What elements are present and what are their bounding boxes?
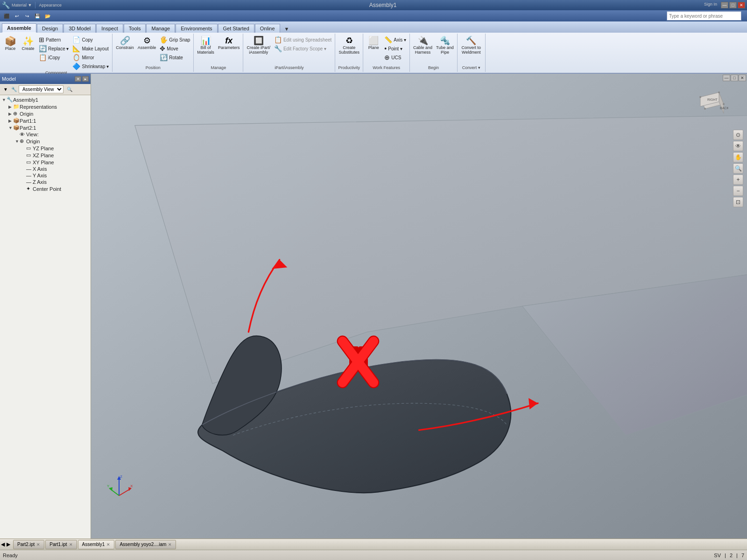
constrain-button[interactable]: 🔗 Constrain xyxy=(114,35,135,51)
make-layout-button[interactable]: 📐Make Layout xyxy=(71,44,110,53)
vp-maximize[interactable]: □ xyxy=(731,75,738,81)
ribbon-menu-btn[interactable]: ▼ xyxy=(282,25,291,33)
tree-item-z-axis[interactable]: — Z Axis xyxy=(0,179,91,185)
look-btn[interactable]: 👁 xyxy=(733,141,743,151)
tab-part1[interactable]: Part1.ipt ✕ xyxy=(45,540,77,549)
qa-undo[interactable]: ↩ xyxy=(12,12,21,20)
convert-weldment-button[interactable]: 🔨 Convert toWeldment xyxy=(460,35,483,56)
tab-assembly1-close[interactable]: ✕ xyxy=(106,542,110,547)
tree-item-assembly1[interactable]: ▼ 🔧 Assembly1 xyxy=(0,96,91,103)
replace-button[interactable]: 🔄Replace ▾ xyxy=(37,44,70,53)
fit-btn[interactable]: ⊡ xyxy=(733,197,743,207)
tree-item-center-point[interactable]: ✦ Center Point xyxy=(0,185,91,192)
edit-spreadsheet-button[interactable]: 📋Edit using Spreadsheet xyxy=(273,35,333,44)
tree-item-x-axis[interactable]: — X Axis xyxy=(0,166,91,172)
qa-new[interactable]: ⬛ xyxy=(2,12,11,20)
rotate-button[interactable]: 🔃Rotate xyxy=(158,53,191,62)
appearance-dropdown[interactable]: Appearance xyxy=(39,3,62,7)
tab-manage[interactable]: Manage xyxy=(146,24,175,33)
orbit-btn[interactable]: ⊙ xyxy=(733,130,743,140)
sign-in[interactable]: Sign In xyxy=(704,2,717,8)
qa-open[interactable]: 📂 xyxy=(43,12,52,20)
icopy-button[interactable]: 📋iCopy xyxy=(37,53,70,62)
create-ipart-button[interactable]: 🔲 Create iPart/iAssembly xyxy=(245,35,272,56)
point-button[interactable]: •Point ▾ xyxy=(383,44,408,53)
move-button[interactable]: ✥Move xyxy=(158,44,191,53)
close-btn[interactable]: ✕ xyxy=(738,2,745,8)
tab-design[interactable]: Design xyxy=(37,24,63,33)
qa-save[interactable]: 💾 xyxy=(33,12,42,20)
tree-item-part2[interactable]: ▼ 📦 Part2:1 xyxy=(0,124,91,131)
mirror-button[interactable]: 🪞Mirror xyxy=(71,53,110,62)
minimize-btn[interactable]: — xyxy=(721,2,728,8)
expand-all-btn[interactable]: 🔍 xyxy=(65,86,74,92)
tree-item-view[interactable]: 👁 View: xyxy=(0,131,91,138)
vp-minimize[interactable]: — xyxy=(723,75,730,81)
panel-close-btn[interactable]: ✕ xyxy=(75,76,81,82)
tab-inspect[interactable]: Inspect xyxy=(96,24,123,33)
viewcube[interactable]: RIGHT BACK xyxy=(691,83,728,120)
tab-part2-close[interactable]: ✕ xyxy=(36,542,40,547)
expand-part2[interactable]: ▼ xyxy=(8,126,13,130)
tab-environments[interactable]: Environments xyxy=(176,24,217,33)
tab-part2[interactable]: Part2.ipt ✕ xyxy=(13,540,44,549)
tab-3dmodel[interactable]: 3D Model xyxy=(63,24,96,33)
spreadsheet-icon: 📋 xyxy=(274,36,282,43)
axis-button[interactable]: 📏Axis ▾ xyxy=(383,35,408,44)
tube-pipe-button[interactable]: 🔩 Tube andPipe xyxy=(435,35,455,56)
pan-btn[interactable]: ✋ xyxy=(733,152,743,162)
vp-close[interactable]: ✕ xyxy=(739,75,746,81)
tab-part2-label: Part2.ipt xyxy=(17,542,35,547)
tree-item-representations[interactable]: ▶ 📁 Representations xyxy=(0,103,91,110)
shrinkwrap-button[interactable]: 🔷Shrinkwrap ▾ xyxy=(71,62,110,70)
tab-tools[interactable]: Tools xyxy=(124,24,146,33)
place-button[interactable]: 📦 Place xyxy=(2,35,19,52)
ucs-button[interactable]: ⊕UCS xyxy=(383,53,408,62)
expand-part1[interactable]: ▶ xyxy=(8,119,13,123)
expand-representations[interactable]: ▶ xyxy=(8,105,13,109)
expand-assembly1[interactable]: ▼ xyxy=(2,98,7,102)
tree-item-part1[interactable]: ▶ 📦 Part1:1 xyxy=(0,117,91,124)
tab-getstarted[interactable]: Get Started xyxy=(218,24,254,33)
zoom-btn[interactable]: 🔍 xyxy=(733,163,743,174)
view-selector[interactable]: Assembly View Modeling View xyxy=(19,85,63,93)
qa-redo[interactable]: ↪ xyxy=(22,12,32,20)
tab-part1-close[interactable]: ✕ xyxy=(69,542,73,547)
tab-nav-right[interactable]: ▶ xyxy=(7,541,10,547)
maximize-btn[interactable]: □ xyxy=(729,2,737,8)
parameters-button[interactable]: fx Parameters xyxy=(217,35,241,51)
replace-label: Replace ▾ xyxy=(48,46,69,51)
tab-nav-left[interactable]: ◀ xyxy=(1,541,5,547)
filter-btn[interactable]: ▼ xyxy=(2,86,9,92)
edit-factory-scope-button[interactable]: 🔧Edit Factory Scope ▾ xyxy=(273,44,333,53)
zoom-out-btn[interactable]: − xyxy=(733,186,743,196)
create-substitutes-button[interactable]: ♻ CreateSubstitutes xyxy=(338,35,361,56)
tab-assembly-yoyo2[interactable]: Assembly yoyo2....iam ✕ xyxy=(115,540,176,549)
cable-harness-button[interactable]: 🔌 Cable andHarness xyxy=(412,35,434,56)
workfeatures-group-label: Work Features xyxy=(373,65,400,71)
tab-yoyo2-close[interactable]: ✕ xyxy=(168,542,172,547)
zoom-in-btn[interactable]: + xyxy=(733,175,743,185)
plane-button[interactable]: ⬜ Plane xyxy=(365,35,382,51)
bill-of-materials-button[interactable]: 📊 Bill ofMaterials xyxy=(196,35,216,56)
expand-origin-top[interactable]: ▶ xyxy=(8,112,13,116)
panel-settings-btn[interactable]: ▸ xyxy=(82,76,89,82)
create-button[interactable]: ✨ Create xyxy=(20,35,36,52)
copy-button[interactable]: 📄Copy xyxy=(71,35,110,44)
tab-online[interactable]: Online xyxy=(255,24,280,33)
tree-item-xz-plane[interactable]: ▭ XZ Plane xyxy=(0,152,91,159)
search-input[interactable] xyxy=(667,11,741,21)
tree-item-y-axis[interactable]: — Y Axis xyxy=(0,172,91,179)
assemble-button[interactable]: ⚙ Assemble xyxy=(136,35,158,51)
tree-item-origin-top[interactable]: ▶ ⊕ Origin xyxy=(0,110,91,117)
viewport[interactable]: RIGHT BACK ⊙ 👁 ✋ 🔍 + − ⊡ — □ ✕ xyxy=(91,74,747,539)
material-dropdown[interactable]: Material ▼ xyxy=(12,3,32,7)
tree-item-xy-plane[interactable]: ▭ XY Plane xyxy=(0,159,91,166)
tree-item-yz-plane[interactable]: ▭ YZ Plane xyxy=(0,145,91,152)
tab-assembly1[interactable]: Assembly1 ✕ xyxy=(78,540,115,549)
tree-item-origin-part2[interactable]: ▼ ⊕ Origin xyxy=(0,138,91,145)
expand-origin-part2[interactable]: ▼ xyxy=(15,139,20,144)
tab-assemble[interactable]: Assemble xyxy=(2,23,36,33)
pattern-button[interactable]: ⊞Pattern xyxy=(37,35,70,44)
grip-snap-button[interactable]: 🖐Grip Snap xyxy=(158,35,191,44)
